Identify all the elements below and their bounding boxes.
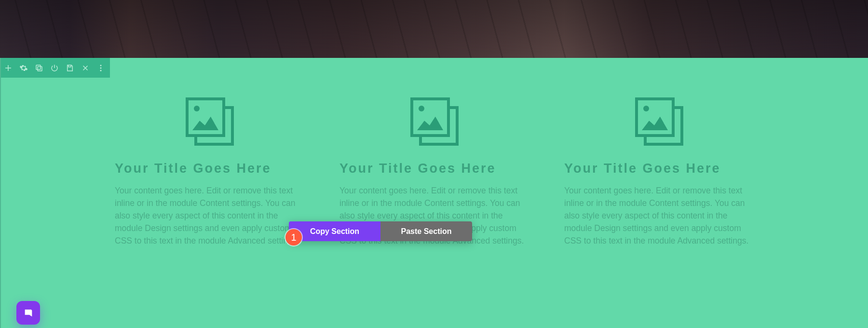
more-icon[interactable] xyxy=(96,64,105,72)
image-placeholder-icon xyxy=(635,97,683,146)
blurb-module[interactable]: Your Title Goes Here Your content goes h… xyxy=(564,97,754,247)
power-icon[interactable] xyxy=(50,64,59,72)
image-placeholder-icon xyxy=(410,97,459,146)
save-icon[interactable] xyxy=(66,64,74,72)
add-icon[interactable] xyxy=(4,64,13,72)
svg-rect-0 xyxy=(38,67,42,71)
gear-icon[interactable] xyxy=(19,64,28,72)
step-badge: 1 xyxy=(285,229,302,246)
page-section[interactable]: Your Title Goes Here Your content goes h… xyxy=(0,58,868,328)
copy-section-button[interactable]: Copy Section xyxy=(289,221,380,241)
svg-point-2 xyxy=(100,65,102,66)
hero-banner xyxy=(0,0,868,58)
blurb-body[interactable]: Your content goes here. Edit or remove t… xyxy=(564,185,754,247)
paste-section-button[interactable]: Paste Section xyxy=(380,221,472,241)
svg-point-3 xyxy=(100,67,102,68)
blurb-module[interactable]: Your Title Goes Here Your content goes h… xyxy=(115,97,305,247)
context-menu: Copy Section Paste Section xyxy=(289,221,472,241)
blurb-title[interactable]: Your Title Goes Here xyxy=(564,161,754,176)
svg-rect-1 xyxy=(36,65,41,69)
blurb-title[interactable]: Your Title Goes Here xyxy=(115,161,305,176)
section-toolbar xyxy=(1,58,110,78)
svg-point-4 xyxy=(100,69,102,71)
blurb-title[interactable]: Your Title Goes Here xyxy=(339,161,529,176)
duplicate-icon[interactable] xyxy=(35,64,43,72)
blurb-body[interactable]: Your content goes here. Edit or remove t… xyxy=(115,185,305,247)
notes-fab[interactable] xyxy=(16,301,40,325)
image-placeholder-icon xyxy=(186,97,234,146)
close-icon[interactable] xyxy=(81,64,90,72)
